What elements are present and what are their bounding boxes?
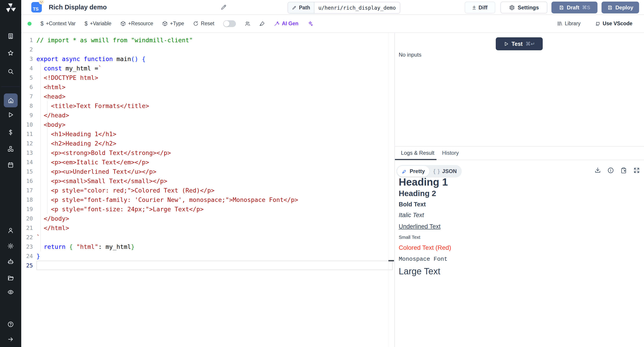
add-context-var-button[interactable]: $ +Context Var <box>40 20 76 27</box>
result-line-red: Colored Text (Red) <box>399 242 451 253</box>
deploy-button[interactable]: Deploy <box>602 2 639 14</box>
sidebar-item-variables[interactable] <box>0 128 21 136</box>
code-line[interactable]: 3export async function main() { <box>21 54 394 64</box>
code-editor[interactable]: 1// import * as wmill from "windmill-cli… <box>21 33 394 347</box>
edit-summary-pencil-icon[interactable] <box>220 4 227 10</box>
windmill-logo-icon[interactable] <box>0 1 21 14</box>
code-line[interactable]: 17 <p style="color: red;">Colored Text (… <box>21 186 394 195</box>
settings-button[interactable]: Settings <box>500 2 548 14</box>
sidebar-item-resources[interactable] <box>0 145 21 153</box>
code-line[interactable]: 2 <box>21 45 394 54</box>
sparkles-icon[interactable] <box>308 21 313 26</box>
save-draft-button[interactable]: Draft ⌘S <box>552 2 598 14</box>
dollar-icon: $ <box>40 20 44 27</box>
use-vscode-button[interactable]: Use VScode <box>595 20 632 26</box>
diff-button[interactable]: ± Diff <box>465 2 495 14</box>
library-button[interactable]: Library <box>557 20 580 26</box>
code-line[interactable]: 20 </body> <box>21 214 394 223</box>
code-line[interactable]: 22` <box>21 232 394 242</box>
result-line-h2: Heading 2 <box>399 188 451 199</box>
play-icon <box>504 41 509 46</box>
left-sidebar <box>0 0 21 347</box>
code-line[interactable]: 7 <head> <box>21 92 394 101</box>
line-number: 5 <box>21 74 33 81</box>
code-line[interactable]: 24} <box>21 251 394 261</box>
code-line[interactable]: 12 <h2>Heading 2</h2> <box>21 138 394 148</box>
result-line-mono: Monospace Font <box>399 253 451 265</box>
pretty-view-button[interactable]: Pretty <box>397 166 429 177</box>
search-icon[interactable] <box>0 68 21 75</box>
page-title: Rich Display demo <box>49 4 107 11</box>
info-icon[interactable] <box>607 167 614 174</box>
no-inputs-message: No inputs <box>399 52 421 58</box>
code-line[interactable]: 14 <p><em>Italic Text</em></p> <box>21 158 394 167</box>
code-line[interactable]: 10 <body> <box>21 120 394 129</box>
code-line[interactable]: 16 <p><small>Small Text</small></p> <box>21 176 394 186</box>
code-line[interactable]: 4 const my_html =` <box>21 64 394 73</box>
reset-button[interactable]: Reset <box>193 20 214 26</box>
github-icon <box>595 21 600 26</box>
editor-scrollbar[interactable] <box>388 33 388 347</box>
sidebar-item-runs[interactable] <box>0 111 21 118</box>
test-button[interactable]: Test ⌘↵ <box>496 37 543 50</box>
editor-toolbar: $ +Context Var $ +Variable +Resource +Ty… <box>21 15 644 33</box>
copy-to-clipboard-icon[interactable] <box>620 167 627 174</box>
sidebar-item-schedules[interactable] <box>0 161 21 168</box>
tab-history[interactable]: History <box>442 150 459 156</box>
add-variable-button[interactable]: $ +Variable <box>84 20 111 27</box>
help-icon[interactable] <box>0 320 21 328</box>
code-line[interactable]: 13 <p><strong>Bold Text</strong></p> <box>21 148 394 158</box>
code-line[interactable]: 25 <box>21 261 394 270</box>
code-line[interactable]: 5 <!DOCTYPE html> <box>21 73 394 82</box>
line-number: 7 <box>21 93 33 100</box>
line-number: 2 <box>21 46 33 53</box>
code-line[interactable]: 19 <p style="font-size: 24px;">Large Tex… <box>21 204 394 214</box>
package-icon <box>162 21 168 26</box>
result-tabbar: Logs & Result History <box>395 147 644 160</box>
line-number: 19 <box>21 206 33 212</box>
result-line-bold: Bold Text <box>399 199 451 210</box>
draft-shortcut: ⌘S <box>582 5 590 10</box>
reset-icon <box>193 21 198 26</box>
path-value[interactable]: u/henri/rich_display_demo <box>314 2 400 13</box>
code-line[interactable]: 21 </html> <box>21 223 394 232</box>
result-line-small: Small Text <box>399 232 451 242</box>
favorites-star-icon[interactable] <box>0 49 21 57</box>
tab-logs-result[interactable]: Logs & Result <box>401 150 434 156</box>
result-line-large: Large Text <box>399 265 451 278</box>
sidebar-item-users[interactable] <box>0 226 21 234</box>
add-resource-button[interactable]: +Resource <box>120 20 153 26</box>
save-icon <box>607 5 613 10</box>
code-line[interactable]: 9 </head> <box>21 110 394 120</box>
code-line[interactable]: 11 <h1>Heading 1</h1> <box>21 129 394 138</box>
code-line[interactable]: 6 <html> <box>21 82 394 92</box>
sidebar-item-ai-assistant[interactable] <box>0 258 21 266</box>
multiplayer-users-icon[interactable] <box>245 21 250 26</box>
top-header: TS Rich Display demo Path u/henri/rich_d… <box>21 0 644 15</box>
code-line[interactable]: 8 <title>Text Formats</title> <box>21 101 394 110</box>
code-line[interactable]: 15 <p><u>Underlined Text</u></p> <box>21 167 394 176</box>
collab-mode-toggle[interactable] <box>223 20 236 27</box>
sidebar-item-folders[interactable] <box>0 274 21 282</box>
sidebar-item-audit-logs[interactable] <box>0 288 21 296</box>
braces-icon: { } <box>433 168 440 174</box>
sidebar-item-home[interactable] <box>4 94 18 107</box>
code-line[interactable]: 23 return { "html": my_html} <box>21 242 394 251</box>
test-shortcut: ⌘↵ <box>526 41 535 47</box>
json-view-button[interactable]: { } JSON <box>429 168 461 174</box>
sidebar-item-settings[interactable] <box>0 242 21 250</box>
code-line[interactable]: 1// import * as wmill from "windmill-cli… <box>21 35 394 45</box>
download-icon[interactable] <box>594 167 601 174</box>
magic-wand-icon <box>274 21 280 26</box>
script-path-field[interactable]: Path u/henri/rich_display_demo <box>288 2 400 14</box>
expand-fullscreen-icon[interactable] <box>633 167 640 174</box>
add-type-button[interactable]: +Type <box>162 20 184 26</box>
code-line[interactable]: 18 <p style="font-family: 'Courier New',… <box>21 195 394 204</box>
line-number: 18 <box>21 196 33 203</box>
collapse-sidebar-icon[interactable] <box>0 335 21 343</box>
workspace-icon[interactable] <box>0 32 21 40</box>
line-number: 21 <box>21 225 33 231</box>
ai-gen-button[interactable]: AI Gen <box>274 20 298 26</box>
format-brush-icon[interactable] <box>260 21 265 26</box>
line-number: 23 <box>21 244 33 250</box>
